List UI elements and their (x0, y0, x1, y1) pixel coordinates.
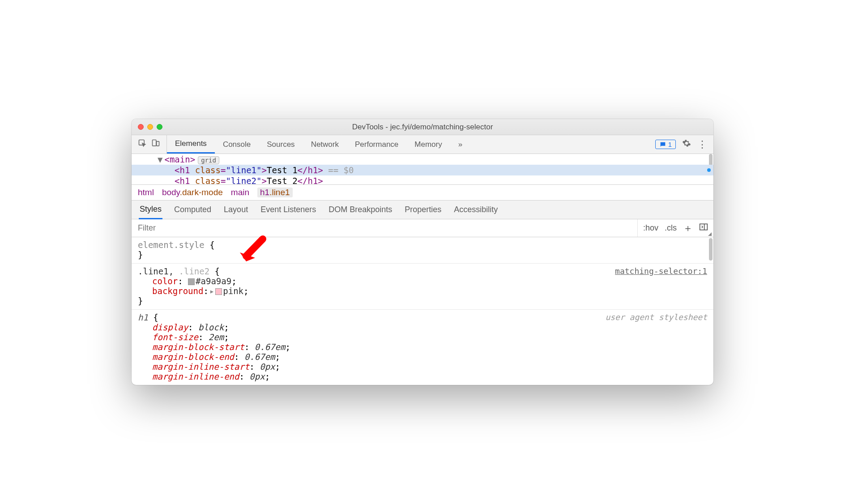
dom-tree[interactable]: ••• ▼<main>grid <h1 class="line1">Test 1… (132, 154, 713, 185)
crumb-body[interactable]: body.dark-mode (162, 188, 223, 197)
tab-network[interactable]: Network (303, 135, 347, 154)
device-toggle-icon[interactable] (151, 139, 160, 150)
tab-memory[interactable]: Memory (406, 135, 450, 154)
subtab-layout[interactable]: Layout (223, 201, 249, 218)
rule-source-ua: user agent stylesheet (605, 312, 707, 322)
svg-rect-1 (153, 140, 156, 146)
grid-badge[interactable]: grid (198, 156, 219, 164)
expand-shorthand-icon[interactable]: ▸ (209, 286, 214, 296)
issues-count: 1 (668, 141, 672, 148)
subtab-event-listeners[interactable]: Event Listeners (260, 201, 317, 218)
rule-line1-line2[interactable]: matching-selector:1 .line1, .line2 { col… (132, 264, 713, 310)
rule-source-link[interactable]: matching-selector:1 (615, 266, 707, 276)
subtab-styles[interactable]: Styles (139, 201, 162, 219)
tab-performance[interactable]: Performance (347, 135, 406, 154)
tab-console[interactable]: Console (215, 135, 259, 154)
caret-icon[interactable]: ▼ (158, 154, 162, 164)
svg-rect-2 (157, 141, 159, 146)
subtab-properties[interactable]: Properties (404, 201, 442, 218)
subtab-computed[interactable]: Computed (173, 201, 212, 218)
more-icon[interactable]: ⋮ (697, 140, 707, 149)
subtab-accessibility[interactable]: Accessibility (453, 201, 499, 218)
cls-toggle[interactable]: .cls (665, 223, 677, 233)
styles-subtabs: Styles Computed Layout Event Listeners D… (132, 201, 713, 219)
subtab-dom-breakpoints[interactable]: DOM Breakpoints (328, 201, 393, 218)
breadcrumb: html body.dark-mode main h1.line1 (132, 185, 713, 201)
prop-background[interactable]: background:▸pink; (138, 286, 707, 296)
tab-sources[interactable]: Sources (259, 135, 303, 154)
resize-corner[interactable] (708, 232, 712, 236)
crumb-html[interactable]: html (138, 188, 154, 197)
hov-toggle[interactable]: :hov (643, 223, 658, 233)
window-title: DevTools - jec.fyi/demo/matching-selecto… (132, 123, 713, 132)
styles-pane: element.style { } matching-selector:1 .l… (132, 237, 713, 385)
dom-node-h1-line1[interactable]: <h1 class="line1">Test 1</h1> == $0 (132, 165, 713, 175)
panel-tabs: Elements Console Sources Network Perform… (167, 135, 649, 154)
color-swatch[interactable] (188, 278, 195, 285)
new-style-rule-button[interactable]: ＋ (683, 223, 693, 233)
inspect-icon[interactable] (138, 139, 147, 150)
rule-element-style[interactable]: element.style { } (132, 237, 713, 264)
svg-rect-3 (700, 224, 708, 230)
annotation-arrow (238, 235, 269, 264)
color-swatch[interactable] (215, 288, 222, 295)
titlebar: DevTools - jec.fyi/demo/matching-selecto… (132, 119, 713, 135)
styles-filter-input[interactable] (132, 223, 637, 233)
devtools-window: DevTools - jec.fyi/demo/matching-selecto… (132, 119, 713, 385)
dom-node-main[interactable]: ▼<main>grid (132, 154, 713, 165)
crumb-main[interactable]: main (231, 188, 249, 197)
dom-node-h1-line2[interactable]: <h1 class="line2">Test 2</h1> (132, 175, 713, 184)
tab-elements[interactable]: Elements (167, 135, 215, 154)
crumb-h1-line1[interactable]: h1.line1 (257, 188, 293, 197)
settings-icon[interactable] (682, 139, 691, 150)
tabs-overflow[interactable]: » (450, 135, 470, 154)
issues-badge[interactable]: 1 (655, 140, 676, 149)
prop-color[interactable]: color: #a9a9a9; (138, 276, 707, 286)
main-toolbar: Elements Console Sources Network Perform… (132, 135, 713, 154)
rule-h1-user-agent[interactable]: user agent stylesheet h1 { display: bloc… (132, 310, 713, 385)
styles-filter-bar: :hov .cls ＋ (132, 219, 713, 237)
sidebar-toggle-icon[interactable] (699, 223, 708, 233)
